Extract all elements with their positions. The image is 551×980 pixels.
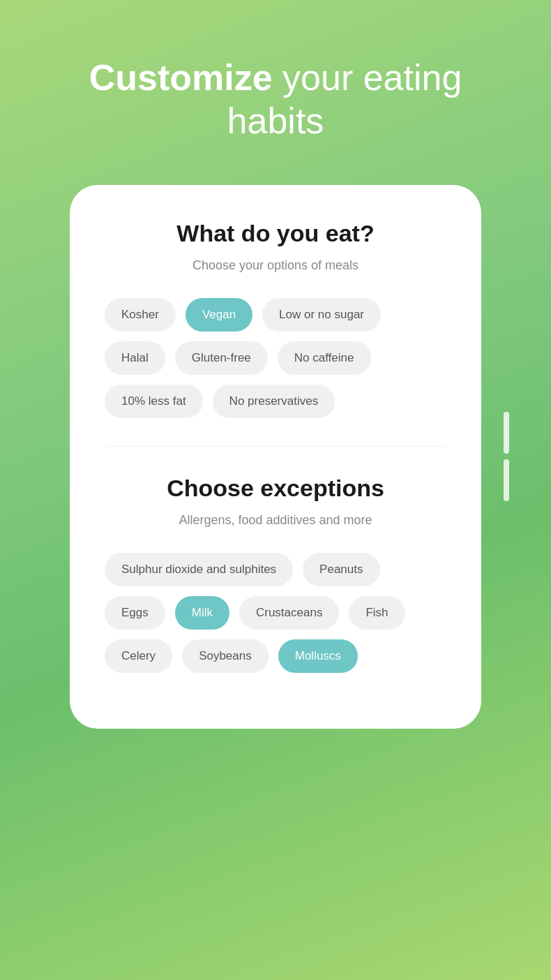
chip-celery[interactable]: Celery [105, 639, 172, 673]
scrollbar-bar-2 [504, 459, 509, 501]
chip-fish[interactable]: Fish [349, 596, 405, 630]
chip-low-sugar[interactable]: Low or no sugar [262, 298, 381, 332]
scrollbar-bar-1 [504, 412, 509, 454]
page-title: Customize your eating habits [0, 56, 551, 143]
chip-sulphur[interactable]: Sulphur dioxide and sulphites [105, 553, 293, 586]
section1-title: What do you eat? [105, 220, 446, 247]
chip-less-fat[interactable]: 10% less fat [105, 385, 203, 418]
chip-vegan[interactable]: Vegan [186, 298, 252, 332]
section-divider [105, 446, 446, 447]
chip-no-caffeine[interactable]: No caffeine [278, 341, 371, 375]
section1-subtitle: Choose your options of meals [105, 258, 446, 273]
section2-subtitle: Allergens, food additives and more [105, 513, 446, 528]
section2-title: Choose exceptions [105, 475, 446, 502]
meal-options-chips: KosherVeganLow or no sugarHalalGluten-fr… [105, 298, 446, 418]
chip-no-preservatives[interactable]: No preservatives [213, 385, 335, 418]
main-card: What do you eat? Choose your options of … [70, 185, 481, 729]
chip-gluten-free[interactable]: Gluten-free [175, 341, 268, 375]
exceptions-chips: Sulphur dioxide and sulphitesPeanutsEggs… [105, 553, 446, 673]
chip-kosher[interactable]: Kosher [105, 298, 176, 332]
chip-halal[interactable]: Halal [105, 341, 165, 375]
chip-eggs[interactable]: Eggs [105, 596, 165, 630]
chip-soybeans[interactable]: Soybeans [182, 639, 269, 673]
chip-peanuts[interactable]: Peanuts [303, 553, 379, 586]
chip-molluscs[interactable]: Molluscs [278, 639, 358, 673]
chip-milk[interactable]: Milk [175, 596, 229, 630]
scrollbar-indicator [504, 412, 509, 501]
chip-crustaceans[interactable]: Crustaceans [239, 596, 339, 630]
